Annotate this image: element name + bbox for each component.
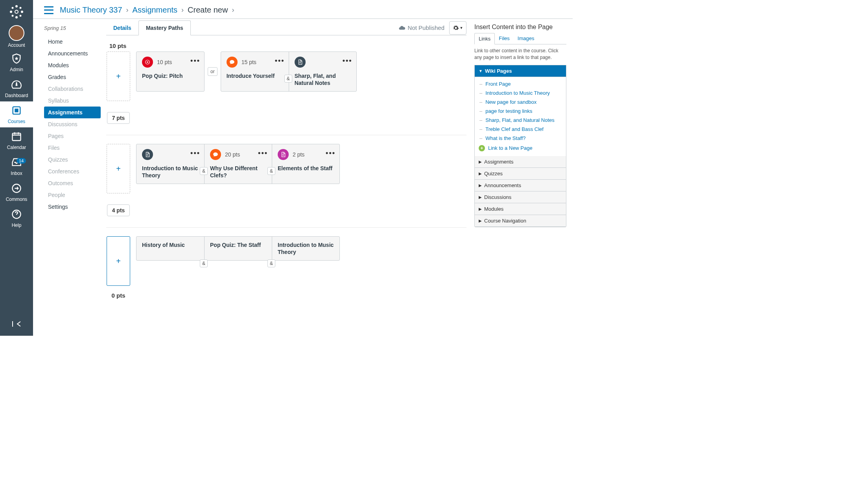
coursenav-item[interactable]: Collaborations [44, 83, 101, 95]
card-title: Introduction to Music Theory [142, 165, 199, 179]
svg-point-9 [10, 11, 12, 13]
accordion-wiki-pages[interactable]: ▼ Wiki Pages [475, 65, 566, 77]
tab-images[interactable]: Images [514, 33, 538, 44]
wiki-page-link[interactable]: –Treble Clef and Bass Clef [475, 125, 566, 134]
inbox-badge: 14 [17, 158, 26, 164]
path-card[interactable]: History of Music [136, 237, 204, 260]
points-header: 10 pts [109, 42, 466, 49]
range-lower-box[interactable]: 7 pts [107, 112, 130, 124]
coursenav-item[interactable]: Outcomes [44, 177, 101, 189]
range-lower-box[interactable]: 4 pts [107, 204, 130, 216]
card-menu-button[interactable]: ••• [275, 57, 285, 65]
nav-commons-label: Commons [6, 197, 28, 202]
discussion-icon [210, 149, 221, 160]
settings-button[interactable]: ▼ [449, 21, 466, 35]
coursenav-item[interactable]: Syllabus [44, 95, 101, 107]
coursenav-item[interactable]: Quizzes [44, 154, 101, 166]
insert-content-panel: Insert Content into the Page Links Files… [474, 19, 573, 336]
coursenav-item[interactable]: Files [44, 142, 101, 154]
accordion-wiki-label: Wiki Pages [485, 68, 512, 74]
coursenav-item[interactable]: Home [44, 36, 101, 48]
nav-courses[interactable]: Courses [0, 101, 33, 127]
coursenav-item[interactable]: Modules [44, 59, 101, 71]
add-range-button[interactable]: + [107, 236, 130, 286]
wiki-page-link[interactable]: –Sharp, Flat, and Natural Notes [475, 116, 566, 125]
wiki-page-link[interactable]: –New page for sandbox [475, 97, 566, 107]
coursenav-item[interactable]: Discussions [44, 118, 101, 130]
canvas-logo[interactable] [0, 0, 33, 24]
nav-account[interactable]: Account [0, 24, 33, 50]
accordion-header[interactable]: ▶Course Navigation [475, 215, 566, 227]
svg-point-10 [21, 11, 23, 13]
accordion-header[interactable]: ▶Discussions [475, 191, 566, 203]
wiki-page-link[interactable]: –What is the Staff? [475, 134, 566, 143]
main-content: Details Mastery Paths Not Published ▼ 10… [104, 19, 474, 336]
tab-links[interactable]: Links [474, 33, 495, 44]
path-card[interactable]: 15 pts•••Introduce Yourself [221, 52, 289, 91]
breadcrumb-section[interactable]: Assignments [133, 6, 178, 15]
coursenav-item[interactable]: People [44, 189, 101, 201]
card-menu-button[interactable]: ••• [343, 57, 352, 65]
path-card[interactable]: &Introduction to Music Theory [272, 237, 339, 260]
nav-calendar[interactable]: Calendar [0, 127, 33, 153]
tab-files[interactable]: Files [495, 33, 513, 44]
nav-help[interactable]: Help [0, 205, 33, 231]
svg-point-15 [15, 10, 18, 13]
tab-details[interactable]: Details [106, 21, 138, 35]
breadcrumb: Music Theory 337 › Assignments › Create … [60, 6, 234, 15]
card-menu-button[interactable]: ••• [258, 149, 268, 157]
coursenav-item[interactable]: Grades [44, 71, 101, 83]
nav-help-label: Help [12, 223, 22, 228]
wiki-page-link[interactable]: –Front Page [475, 79, 566, 88]
wiki-page-link[interactable]: –Introduction to Music Theory [475, 88, 566, 97]
card-join: & [267, 259, 275, 267]
path-card[interactable]: &20 pts•••Why Use Different Clefs? [204, 144, 272, 184]
nav-dashboard[interactable]: Dashboard [0, 75, 33, 101]
coursenav-item[interactable]: Announcements [44, 48, 101, 59]
publish-status-label: Not Published [408, 24, 444, 31]
chevron-right-icon: › [126, 6, 129, 14]
breadcrumb-course[interactable]: Music Theory 337 [60, 6, 122, 15]
nav-inbox[interactable]: 14 Inbox [0, 153, 33, 179]
path-card[interactable]: &2 pts•••Elements of the Staff [272, 144, 339, 184]
path-card[interactable]: &•••Sharp, Flat, and Natural Notes [289, 52, 356, 91]
nav-account-label: Account [8, 42, 25, 48]
add-range-button[interactable]: + [107, 144, 130, 193]
coursenav-item[interactable]: Pages [44, 130, 101, 142]
card-menu-button[interactable]: ••• [326, 149, 335, 157]
nav-commons[interactable]: Commons [0, 179, 33, 205]
hamburger-button[interactable] [44, 6, 53, 14]
panel-help-text: Link to other content in the course. Cli… [474, 44, 566, 65]
group-join: or [208, 67, 218, 76]
svg-point-14 [20, 15, 22, 17]
svg-point-7 [15, 5, 18, 7]
nav-admin[interactable]: Admin [0, 50, 33, 75]
coursenav-item[interactable]: Conferences [44, 166, 101, 177]
link-new-page[interactable]: +Link to a New Page [475, 143, 566, 154]
chevron-right-icon: › [181, 6, 184, 14]
svg-point-13 [12, 15, 14, 17]
coursenav-item[interactable]: Settings [44, 201, 101, 213]
card-join: & [200, 259, 208, 267]
chevron-right-icon: › [232, 6, 234, 14]
card-points: 10 pts [157, 59, 172, 65]
accordion-header[interactable]: ▶Announcements [475, 180, 566, 191]
collapse-nav-button[interactable] [0, 316, 33, 332]
card-title: Sharp, Flat, and Natural Notes [295, 72, 351, 86]
wiki-page-link[interactable]: –page for testing links [475, 107, 566, 116]
path-card[interactable]: 10 pts•••Pop Quiz: Pitch [136, 52, 204, 91]
nav-calendar-label: Calendar [7, 145, 26, 150]
coursenav-item[interactable]: Assignments [44, 107, 101, 118]
card-title: Pop Quiz: Pitch [142, 72, 199, 79]
accordion-header[interactable]: ▶Quizzes [475, 168, 566, 180]
tab-mastery-paths[interactable]: Mastery Paths [138, 20, 191, 35]
accordion-header[interactable]: ▶Assignments [475, 156, 566, 168]
add-range-button[interactable]: + [107, 52, 130, 101]
path-card[interactable]: &Pop Quiz: The Staff [204, 237, 272, 260]
card-menu-button[interactable]: ••• [190, 57, 200, 65]
card-title: History of Music [142, 241, 199, 248]
card-menu-button[interactable]: ••• [190, 149, 200, 157]
accordion-header[interactable]: ▶Modules [475, 203, 566, 215]
path-card[interactable]: •••Introduction to Music Theory [136, 144, 204, 184]
svg-point-12 [20, 7, 22, 9]
